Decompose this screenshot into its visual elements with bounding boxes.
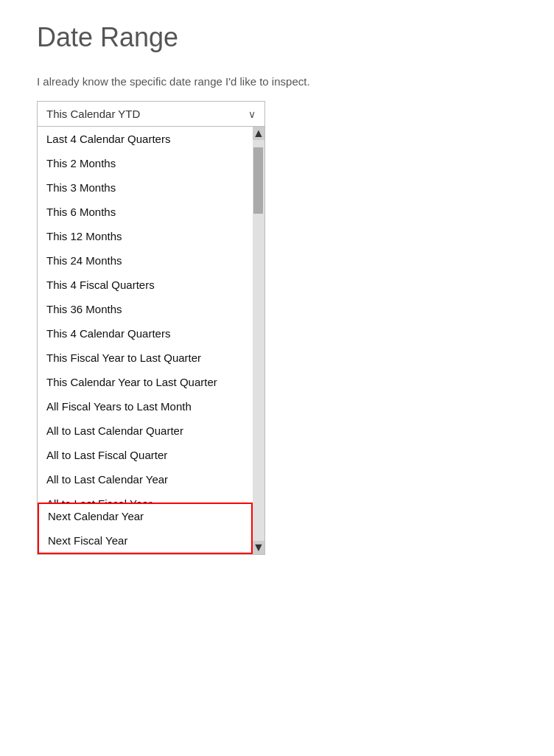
list-item[interactable]: This 4 Calendar Quarters — [38, 321, 253, 346]
list-item[interactable]: This Calendar Year to Last Quarter — [38, 370, 253, 394]
list-item[interactable]: All Fiscal Years to Last Month — [38, 394, 253, 419]
list-item[interactable]: This 12 Months — [38, 224, 253, 248]
highlighted-list-item[interactable]: Next Calendar Year — [39, 504, 251, 528]
highlighted-list-item[interactable]: Next Fiscal Year — [39, 528, 251, 553]
list-item[interactable]: This Fiscal Year to Last Quarter — [38, 346, 253, 370]
list-item[interactable]: Last 4 Calendar Quarters — [38, 127, 253, 151]
list-item[interactable]: All to Last Calendar Quarter — [38, 419, 253, 443]
list-item[interactable]: This 24 Months — [38, 248, 253, 273]
chevron-down-icon: ∨ — [248, 108, 256, 120]
list-item[interactable]: All to Last Fiscal Year — [38, 491, 253, 503]
scroll-down-button[interactable]: ▼ — [253, 541, 264, 554]
dropdown-selected-value[interactable]: This Calendar YTD ∨ — [37, 101, 265, 127]
list-item[interactable]: This 2 Months — [38, 151, 253, 175]
subtitle-text: I already know the specific date range I… — [37, 75, 525, 88]
list-item[interactable]: This 6 Months — [38, 200, 253, 224]
scroll-down-arrow-icon: ▼ — [253, 541, 264, 554]
list-item[interactable]: All to Last Fiscal Quarter — [38, 443, 253, 467]
list-item[interactable]: This 3 Months — [38, 175, 253, 200]
selected-label: This Calendar YTD — [46, 108, 140, 120]
date-range-dropdown[interactable]: This Calendar YTD ∨ Last 4 Calendar Quar… — [37, 101, 265, 555]
list-item[interactable]: This 4 Fiscal Quarters — [38, 273, 253, 297]
list-item[interactable]: All to Last Calendar Year — [38, 467, 253, 491]
list-item[interactable]: This 36 Months — [38, 297, 253, 321]
scroll-up-button[interactable]: ▲ — [253, 127, 264, 140]
scroll-up-arrow-icon: ▲ — [253, 127, 264, 140]
scroll-thumb[interactable] — [253, 147, 263, 214]
dropdown-options-list: Last 4 Calendar QuartersThis 2 MonthsThi… — [38, 127, 253, 503]
highlighted-options-list: Next Calendar YearNext Fiscal Year — [38, 503, 253, 554]
list-and-scrollbar: Last 4 Calendar QuartersThis 2 MonthsThi… — [38, 127, 264, 554]
scrollbar: ▲ ▼ — [253, 127, 264, 554]
page-title: Date Range — [37, 22, 525, 53]
dropdown-list-wrapper: Last 4 Calendar QuartersThis 2 MonthsThi… — [37, 127, 265, 555]
scroll-thumb-area — [253, 140, 264, 541]
